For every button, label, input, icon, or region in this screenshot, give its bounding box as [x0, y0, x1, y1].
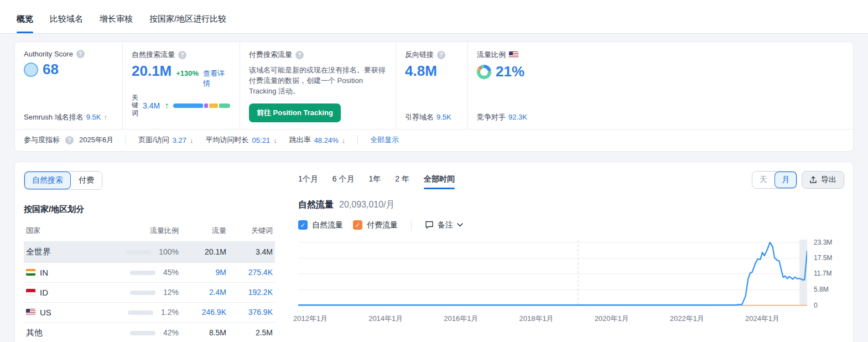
traffic-value[interactable]: 2.4M — [209, 288, 226, 297]
countries-table-header: 国家 流量比例 流量 关键词 — [24, 222, 275, 242]
bounce-rate-value: 48.24% — [314, 136, 339, 144]
keywords-value[interactable]: 3.4M — [143, 101, 160, 110]
engagement-label: 参与度指标 — [24, 135, 60, 145]
show-all-link[interactable]: 全部显示 — [370, 135, 399, 145]
view-details-link[interactable]: 查看详情 — [203, 69, 231, 89]
engagement-bar: 参与度指标 ? 2025年6月 页面/访问 3.27 ↓ 平均访问时长 05:2… — [15, 129, 853, 151]
traffic-value[interactable]: 246.9K — [202, 308, 226, 317]
notes-control[interactable]: 备注 — [425, 220, 463, 230]
paid-traffic-label: 付费搜索流量 — [249, 50, 292, 60]
info-icon[interactable]: ? — [295, 51, 304, 59]
legend-organic-label: 自然流量 — [312, 220, 343, 230]
range-tab-all-time[interactable]: 全部时间 — [424, 171, 455, 189]
keywords-label: 关 键 词 — [132, 94, 138, 117]
tab-overview[interactable]: 概览 — [17, 4, 33, 33]
granularity-month-button[interactable]: 月 — [775, 172, 797, 188]
organic-traffic-label: 自然搜索流量 — [132, 50, 175, 60]
granularity-toggle: 天 月 — [752, 171, 797, 189]
country-row[interactable]: ID12%2.4M192.2K — [24, 282, 275, 302]
down-arrow-icon: ↓ — [342, 136, 346, 144]
organic-traffic-value: 20.1M — [132, 63, 171, 80]
country-row[interactable]: 其他42%8.5M2.5M — [24, 322, 275, 342]
range-tab-1y[interactable]: 1年 — [368, 171, 381, 189]
backlinks-value: 4.8M — [405, 63, 459, 80]
position-tracking-button[interactable]: 前往 Position Tracking — [249, 103, 341, 122]
range-tab-1m[interactable]: 1个月 — [298, 171, 318, 189]
info-icon[interactable]: ? — [437, 51, 445, 59]
keyword-intent-bar[interactable] — [173, 103, 231, 108]
country-row[interactable]: IN45%9M275.4K — [24, 262, 275, 282]
traffic-share-value: 21% — [496, 63, 524, 80]
organic-traffic-block: 自然搜索流量 ? 20.1M +130% 查看详情 关 键 词 3.4M ↑ — [122, 42, 240, 129]
paid-toggle-button[interactable]: 付费 — [71, 172, 102, 189]
keywords-value[interactable]: 376.9K — [248, 308, 273, 317]
info-icon[interactable]: ? — [65, 136, 74, 144]
x-axis-label: 2012年1月 — [293, 314, 328, 324]
search-type-toggle: 自然搜索 付费 — [24, 171, 102, 190]
divider — [357, 135, 358, 145]
export-button[interactable]: 导出 — [802, 171, 844, 189]
competitors-value[interactable]: 92.3K — [508, 113, 527, 121]
organic-toggle-button[interactable]: 自然搜索 — [24, 172, 71, 189]
share-bar — [126, 250, 151, 255]
traffic-value[interactable]: 9M — [216, 268, 226, 277]
referring-domains-label: 引荐域名 — [405, 112, 434, 122]
countries-title: 按国家/地区划分 — [24, 204, 284, 215]
semrush-rank-value[interactable]: 9.5K — [86, 113, 101, 121]
authority-score-block: Authority Score ? 68 Semrush 域名排名 9.5K ↑ — [15, 42, 122, 129]
organic-checkbox[interactable]: ✓ — [298, 220, 308, 230]
range-tab-6m[interactable]: 6 个月 — [332, 171, 355, 189]
granularity-day-button[interactable]: 天 — [752, 172, 775, 188]
share-bar — [130, 291, 155, 295]
legend-paid[interactable]: ✓ 付费流量 — [353, 220, 398, 230]
authority-gauge-icon — [24, 63, 38, 77]
y-axis-label: 23.3M — [814, 239, 832, 246]
col-keywords: 关键词 — [228, 222, 275, 242]
chevron-down-icon — [457, 223, 463, 227]
country-row[interactable]: 全世界100%20.1M3.4M — [24, 241, 275, 262]
country-name: IN — [40, 268, 48, 277]
x-axis-label: 2014年1月 — [368, 314, 403, 324]
competitors-label: 竞争对手 — [477, 112, 506, 122]
share-bar — [128, 310, 153, 315]
keywords-value[interactable]: 192.2K — [248, 288, 273, 297]
tab-compare-by-country[interactable]: 按国家/地区进行比较 — [149, 4, 226, 33]
range-tab-2y[interactable]: 2 年 — [395, 171, 409, 189]
x-axis-label: 2018年1月 — [519, 314, 553, 324]
overview-metrics-card: Authority Score ? 68 Semrush 域名排名 9.5K ↑… — [14, 42, 854, 152]
tab-growth-audit[interactable]: 增长审核 — [100, 4, 133, 33]
y-axis-label: 11.7M — [814, 270, 831, 277]
traffic-chart[interactable]: 23.3M17.5M11.7M5.8M02012年1月2014年1月2016年1… — [298, 239, 844, 327]
avg-visit-duration-value: 05:21 — [252, 136, 271, 144]
keyword-bar-segment — [204, 103, 208, 108]
country-name: US — [40, 308, 51, 317]
in-flag-icon — [26, 269, 35, 276]
countries-table: 国家 流量比例 流量 关键词 全世界100%20.1M3.4MIN45%9M27… — [24, 222, 275, 342]
legend-organic[interactable]: ✓ 自然流量 — [298, 220, 343, 230]
country-name: ID — [40, 288, 48, 297]
keyword-bar-segment — [173, 103, 203, 108]
chart-pane: 1个月 6 个月 1年 2 年 全部时间 天 月 — [284, 171, 844, 342]
traffic-detail-card: 自然搜索 付费 按国家/地区划分 国家 流量比例 流量 关键词 全世界100%2… — [14, 162, 854, 342]
tab-compare-domains[interactable]: 比较域名 — [50, 4, 83, 33]
legend-paid-label: 付费流量 — [367, 220, 398, 230]
keywords-value[interactable]: 275.4K — [248, 268, 273, 277]
info-icon[interactable]: ? — [178, 51, 186, 59]
id-flag-icon — [26, 289, 35, 296]
engagement-period: 2025年6月 — [79, 135, 113, 145]
col-country: 国家 — [24, 222, 98, 242]
country-row[interactable]: US1.2%246.9K376.9K — [24, 302, 275, 322]
referring-domains-value[interactable]: 9.5K — [436, 113, 451, 121]
paid-checkbox[interactable]: ✓ — [353, 220, 362, 230]
keywords-value: 2.5M — [256, 328, 273, 337]
country-name: 全世界 — [26, 247, 51, 257]
export-icon — [809, 176, 817, 184]
keywords-value: 3.4M — [256, 247, 273, 256]
share-bar — [130, 271, 155, 275]
divider — [126, 135, 126, 145]
share-value: 42% — [163, 328, 179, 337]
down-arrow-icon: ↓ — [273, 136, 277, 144]
info-icon[interactable]: ? — [76, 50, 85, 58]
backlinks-block: 反向链接 ? 4.8M 引荐域名 9.5K — [396, 42, 467, 129]
countries-pane: 自然搜索 付费 按国家/地区划分 国家 流量比例 流量 关键词 全世界100%2… — [24, 171, 284, 342]
